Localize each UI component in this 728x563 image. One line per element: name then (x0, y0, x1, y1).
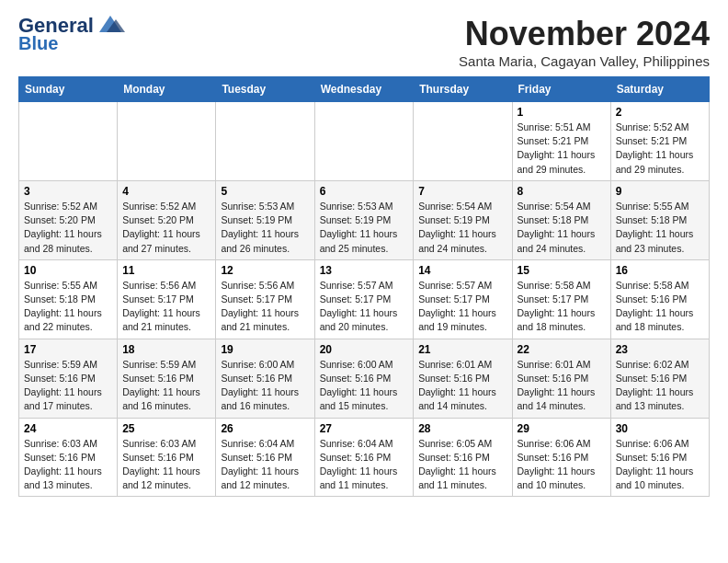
day-info: Sunrise: 5:51 AMSunset: 5:21 PMDaylight:… (518, 121, 606, 177)
column-header-monday: Monday (118, 77, 216, 102)
day-cell (414, 102, 512, 181)
day-info: Sunrise: 5:56 AMSunset: 5:17 PMDaylight:… (122, 279, 210, 335)
day-info: Sunrise: 5:59 AMSunset: 5:16 PMDaylight:… (24, 358, 112, 414)
day-cell: 22Sunrise: 6:01 AMSunset: 5:16 PMDayligh… (512, 339, 610, 418)
day-number: 28 (418, 422, 506, 435)
day-cell: 13Sunrise: 5:57 AMSunset: 5:17 PMDayligh… (314, 259, 414, 339)
day-number: 4 (122, 185, 210, 198)
day-cell (216, 102, 314, 181)
day-number: 13 (320, 264, 409, 277)
day-cell: 21Sunrise: 6:01 AMSunset: 5:16 PMDayligh… (414, 339, 512, 418)
day-number: 7 (418, 185, 506, 198)
month-title: November 2024 (459, 15, 710, 53)
day-cell: 10Sunrise: 5:55 AMSunset: 5:18 PMDayligh… (19, 259, 118, 339)
logo-blue: Blue (18, 33, 58, 53)
day-cell (314, 102, 414, 181)
column-header-thursday: Thursday (414, 77, 512, 102)
subtitle: Santa Maria, Cagayan Valley, Philippines (459, 53, 710, 69)
day-info: Sunrise: 6:04 AMSunset: 5:16 PMDaylight:… (320, 437, 409, 493)
day-info: Sunrise: 5:52 AMSunset: 5:20 PMDaylight:… (24, 200, 112, 256)
day-cell: 23Sunrise: 6:02 AMSunset: 5:16 PMDayligh… (610, 339, 709, 418)
day-number: 12 (221, 264, 309, 277)
day-cell: 8Sunrise: 5:54 AMSunset: 5:18 PMDaylight… (512, 180, 610, 259)
column-header-wednesday: Wednesday (314, 77, 414, 102)
day-number: 15 (518, 264, 606, 277)
day-info: Sunrise: 5:53 AMSunset: 5:19 PMDaylight:… (221, 200, 309, 256)
day-number: 25 (122, 422, 210, 435)
day-number: 17 (24, 343, 112, 356)
day-cell: 29Sunrise: 6:06 AMSunset: 5:16 PMDayligh… (512, 418, 610, 497)
day-cell: 18Sunrise: 5:59 AMSunset: 5:16 PMDayligh… (118, 339, 216, 418)
day-number: 3 (24, 185, 112, 198)
day-info: Sunrise: 5:54 AMSunset: 5:19 PMDaylight:… (418, 200, 506, 256)
column-header-friday: Friday (512, 77, 610, 102)
week-row-4: 17Sunrise: 5:59 AMSunset: 5:16 PMDayligh… (19, 339, 710, 418)
day-number: 21 (418, 343, 506, 356)
day-cell: 1Sunrise: 5:51 AMSunset: 5:21 PMDaylight… (512, 102, 610, 181)
day-info: Sunrise: 5:56 AMSunset: 5:17 PMDaylight:… (221, 279, 309, 335)
day-cell: 17Sunrise: 5:59 AMSunset: 5:16 PMDayligh… (19, 339, 118, 418)
day-cell: 20Sunrise: 6:00 AMSunset: 5:16 PMDayligh… (314, 339, 414, 418)
day-number: 9 (616, 185, 704, 198)
day-info: Sunrise: 5:58 AMSunset: 5:17 PMDaylight:… (518, 279, 606, 335)
day-info: Sunrise: 6:05 AMSunset: 5:16 PMDaylight:… (418, 437, 506, 493)
day-number: 5 (221, 185, 309, 198)
day-number: 26 (221, 422, 309, 435)
day-info: Sunrise: 6:00 AMSunset: 5:16 PMDaylight:… (221, 358, 309, 414)
day-info: Sunrise: 5:58 AMSunset: 5:16 PMDaylight:… (616, 279, 704, 335)
day-cell: 7Sunrise: 5:54 AMSunset: 5:19 PMDaylight… (414, 180, 512, 259)
day-info: Sunrise: 6:06 AMSunset: 5:16 PMDaylight:… (518, 437, 606, 493)
day-number: 29 (518, 422, 606, 435)
week-row-1: 1Sunrise: 5:51 AMSunset: 5:21 PMDaylight… (19, 102, 710, 181)
day-number: 23 (616, 343, 704, 356)
day-number: 20 (320, 343, 409, 356)
day-info: Sunrise: 5:52 AMSunset: 5:21 PMDaylight:… (616, 121, 704, 177)
week-row-2: 3Sunrise: 5:52 AMSunset: 5:20 PMDaylight… (19, 180, 710, 259)
day-number: 16 (616, 264, 704, 277)
day-number: 24 (24, 422, 112, 435)
week-row-3: 10Sunrise: 5:55 AMSunset: 5:18 PMDayligh… (19, 259, 710, 339)
day-cell: 24Sunrise: 6:03 AMSunset: 5:16 PMDayligh… (19, 418, 118, 497)
day-cell: 2Sunrise: 5:52 AMSunset: 5:21 PMDaylight… (610, 102, 709, 181)
day-number: 10 (24, 264, 112, 277)
day-number: 19 (221, 343, 309, 356)
day-cell: 5Sunrise: 5:53 AMSunset: 5:19 PMDaylight… (216, 180, 314, 259)
day-cell: 4Sunrise: 5:52 AMSunset: 5:20 PMDaylight… (118, 180, 216, 259)
day-info: Sunrise: 6:03 AMSunset: 5:16 PMDaylight:… (24, 437, 112, 493)
day-cell: 26Sunrise: 6:04 AMSunset: 5:16 PMDayligh… (216, 418, 314, 497)
day-number: 6 (320, 185, 409, 198)
day-info: Sunrise: 6:02 AMSunset: 5:16 PMDaylight:… (616, 358, 704, 414)
day-number: 30 (616, 422, 704, 435)
day-number: 18 (122, 343, 210, 356)
day-cell: 12Sunrise: 5:56 AMSunset: 5:17 PMDayligh… (216, 259, 314, 339)
day-cell: 3Sunrise: 5:52 AMSunset: 5:20 PMDaylight… (19, 180, 118, 259)
day-number: 14 (418, 264, 506, 277)
title-area: November 2024 Santa Maria, Cagayan Valle… (459, 15, 710, 69)
day-cell: 14Sunrise: 5:57 AMSunset: 5:17 PMDayligh… (414, 259, 512, 339)
day-cell: 15Sunrise: 5:58 AMSunset: 5:17 PMDayligh… (512, 259, 610, 339)
column-header-tuesday: Tuesday (216, 77, 314, 102)
day-cell (19, 102, 118, 181)
day-info: Sunrise: 5:57 AMSunset: 5:17 PMDaylight:… (418, 279, 506, 335)
day-cell: 16Sunrise: 5:58 AMSunset: 5:16 PMDayligh… (610, 259, 709, 339)
day-cell: 25Sunrise: 6:03 AMSunset: 5:16 PMDayligh… (118, 418, 216, 497)
day-info: Sunrise: 5:54 AMSunset: 5:18 PMDaylight:… (518, 200, 606, 256)
day-info: Sunrise: 6:04 AMSunset: 5:16 PMDaylight:… (221, 437, 309, 493)
day-info: Sunrise: 5:55 AMSunset: 5:18 PMDaylight:… (24, 279, 112, 335)
week-row-5: 24Sunrise: 6:03 AMSunset: 5:16 PMDayligh… (19, 418, 710, 497)
day-cell: 6Sunrise: 5:53 AMSunset: 5:19 PMDaylight… (314, 180, 414, 259)
logo: General Blue (18, 15, 125, 53)
day-info: Sunrise: 5:59 AMSunset: 5:16 PMDaylight:… (122, 358, 210, 414)
day-info: Sunrise: 5:57 AMSunset: 5:17 PMDaylight:… (320, 279, 409, 335)
calendar: SundayMondayTuesdayWednesdayThursdayFrid… (18, 76, 710, 497)
day-cell: 19Sunrise: 6:00 AMSunset: 5:16 PMDayligh… (216, 339, 314, 418)
day-cell (118, 102, 216, 181)
day-number: 11 (122, 264, 210, 277)
day-cell: 27Sunrise: 6:04 AMSunset: 5:16 PMDayligh… (314, 418, 414, 497)
day-info: Sunrise: 6:01 AMSunset: 5:16 PMDaylight:… (418, 358, 506, 414)
day-cell: 30Sunrise: 6:06 AMSunset: 5:16 PMDayligh… (610, 418, 709, 497)
header: General Blue November 2024 Santa Maria, … (18, 15, 710, 69)
day-info: Sunrise: 6:01 AMSunset: 5:16 PMDaylight:… (518, 358, 606, 414)
logo-icon (96, 14, 125, 34)
day-info: Sunrise: 5:53 AMSunset: 5:19 PMDaylight:… (320, 200, 409, 256)
